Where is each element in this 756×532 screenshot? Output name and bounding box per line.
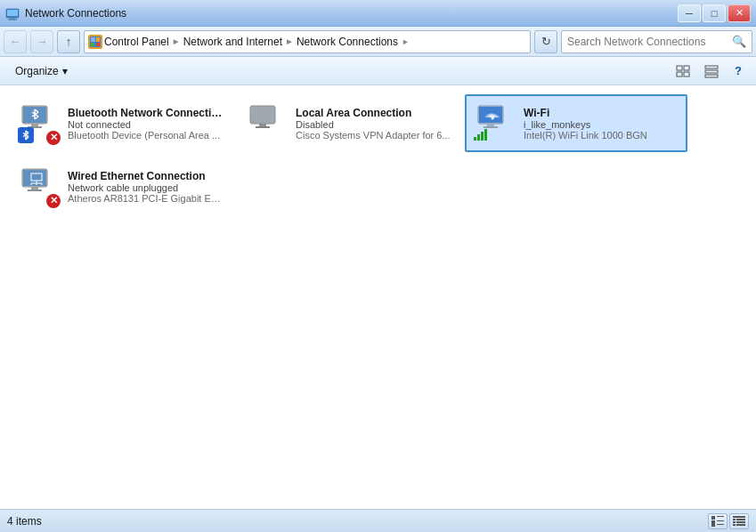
organize-label: Organize bbox=[15, 65, 59, 77]
local-area-monitor-icon bbox=[246, 102, 283, 140]
svg-rect-14 bbox=[705, 70, 718, 73]
svg-rect-51 bbox=[31, 187, 38, 189]
help-button[interactable]: ? bbox=[728, 60, 749, 82]
svg-rect-54 bbox=[717, 516, 724, 517]
status-list-view-button[interactable] bbox=[708, 513, 728, 529]
organize-button[interactable]: Organize ▾ bbox=[7, 60, 76, 82]
svg-rect-37 bbox=[487, 124, 494, 126]
svg-rect-31 bbox=[251, 107, 274, 123]
svg-rect-13 bbox=[705, 66, 718, 69]
svg-rect-12 bbox=[684, 72, 689, 77]
bluetooth-name: Bluetooth Network Connection bbox=[68, 107, 223, 119]
svg-rect-42 bbox=[484, 129, 487, 141]
svg-rect-32 bbox=[259, 124, 266, 126]
forward-button[interactable]: → bbox=[30, 30, 53, 53]
local-area-name: Local Area Connection bbox=[296, 107, 451, 119]
up-button[interactable]: ↑ bbox=[57, 30, 80, 53]
svg-rect-64 bbox=[733, 524, 736, 526]
local-area-icon-container bbox=[246, 102, 289, 145]
local-area-status: Disabled bbox=[296, 119, 451, 130]
svg-rect-63 bbox=[736, 521, 745, 523]
breadcrumb-dropdown[interactable]: ► bbox=[402, 37, 410, 46]
breadcrumb-network-internet[interactable]: Network and Internet bbox=[183, 36, 282, 48]
svg-rect-1 bbox=[7, 10, 18, 16]
svg-rect-10 bbox=[684, 66, 689, 70]
svg-rect-40 bbox=[477, 134, 480, 141]
bluetooth-status: Not connected bbox=[68, 119, 223, 130]
svg-rect-3 bbox=[8, 19, 17, 20]
svg-rect-9 bbox=[677, 66, 682, 70]
bluetooth-desc: Bluetooth Device (Personal Area ... bbox=[68, 130, 223, 141]
wifi-connection[interactable]: Wi-Fi i_like_monkeys Intel(R) WiFi Link … bbox=[465, 94, 687, 152]
svg-rect-58 bbox=[717, 524, 724, 525]
svg-rect-53 bbox=[711, 516, 715, 520]
wifi-details: Wi-Fi i_like_monkeys Intel(R) WiFi Link … bbox=[524, 107, 679, 141]
refresh-button[interactable]: ↻ bbox=[534, 30, 557, 53]
svg-rect-8 bbox=[96, 43, 100, 46]
status-details-view-button[interactable] bbox=[729, 513, 749, 529]
search-icon[interactable]: 🔍 bbox=[732, 35, 746, 48]
toolbar-right: ? bbox=[671, 60, 749, 82]
minimize-button[interactable]: ─ bbox=[678, 4, 701, 22]
svg-rect-62 bbox=[733, 521, 736, 523]
status-bar: 4 items bbox=[0, 509, 756, 532]
wired-ethernet-name: Wired Ethernet Connection bbox=[68, 170, 223, 182]
disconnected-ethernet-icon: ✕ bbox=[46, 194, 61, 208]
wired-ethernet-desc: Atheros AR8131 PCI-E Gigabit Eth... bbox=[68, 193, 223, 204]
view-options-button[interactable] bbox=[671, 60, 695, 82]
details-view-button[interactable] bbox=[699, 60, 724, 82]
svg-rect-2 bbox=[10, 18, 15, 20]
wifi-icon-container bbox=[474, 102, 516, 145]
wifi-signal-icon bbox=[474, 128, 490, 143]
wired-ethernet-connection[interactable]: ✕ Wired Ethernet Connection Network cabl… bbox=[9, 157, 232, 215]
svg-rect-5 bbox=[91, 37, 95, 42]
control-panel-icon bbox=[88, 35, 102, 49]
search-input[interactable] bbox=[567, 36, 728, 48]
status-view-buttons bbox=[708, 513, 749, 529]
svg-rect-52 bbox=[28, 189, 42, 191]
wired-ethernet-details: Wired Ethernet Connection Network cable … bbox=[68, 170, 223, 204]
wifi-name: Wi-Fi bbox=[524, 107, 679, 119]
disconnected-icon: ✕ bbox=[46, 131, 61, 145]
maximize-button[interactable]: □ bbox=[703, 4, 726, 22]
address-bar: ← → ↑ Control Panel ► Network and Intern… bbox=[0, 27, 756, 57]
back-button[interactable]: ← bbox=[4, 30, 27, 53]
svg-rect-61 bbox=[736, 519, 745, 520]
bluetooth-badge-icon bbox=[18, 127, 34, 143]
toolbar: Organize ▾ ? bbox=[0, 57, 756, 85]
bluetooth-connection[interactable]: ✕ Bluetooth Network Connection Not conne… bbox=[9, 94, 232, 152]
main-content: ✕ Bluetooth Network Connection Not conne… bbox=[0, 85, 756, 509]
local-area-desc: Cisco Systems VPN Adapter for 6... bbox=[296, 130, 451, 141]
organize-dropdown-icon: ▾ bbox=[62, 65, 68, 77]
close-button[interactable]: ✕ bbox=[728, 4, 751, 22]
breadcrumb-network-connections[interactable]: Network Connections bbox=[297, 36, 398, 48]
wifi-desc: Intel(R) WiFi Link 1000 BGN bbox=[524, 130, 679, 141]
breadcrumb-bar[interactable]: Control Panel ► Network and Internet ► N… bbox=[84, 30, 531, 53]
breadcrumb-control-panel[interactable]: Control Panel bbox=[104, 36, 169, 48]
svg-rect-7 bbox=[91, 43, 94, 46]
bluetooth-details: Bluetooth Network Connection Not connect… bbox=[68, 107, 223, 141]
svg-rect-15 bbox=[705, 75, 718, 77]
window-title: Network Connections bbox=[25, 7, 126, 20]
svg-rect-60 bbox=[733, 519, 736, 520]
svg-rect-33 bbox=[256, 126, 270, 128]
bluetooth-icon-container: ✕ bbox=[18, 102, 61, 145]
wired-ethernet-icon-container: ✕ bbox=[18, 165, 61, 208]
svg-rect-57 bbox=[711, 524, 715, 527]
wired-ethernet-status: Network cable unplugged bbox=[68, 182, 223, 193]
svg-rect-56 bbox=[717, 520, 724, 521]
title-bar-controls: ─ □ ✕ bbox=[678, 4, 751, 22]
title-bar: Network Connections ─ □ ✕ bbox=[0, 0, 756, 27]
svg-rect-23 bbox=[31, 124, 38, 126]
local-area-connection[interactable]: Local Area Connection Disabled Cisco Sys… bbox=[237, 94, 459, 152]
svg-rect-39 bbox=[474, 137, 476, 141]
svg-point-36 bbox=[492, 117, 494, 119]
svg-rect-65 bbox=[736, 524, 745, 526]
wifi-status: i_like_monkeys bbox=[524, 119, 679, 130]
svg-rect-41 bbox=[481, 132, 484, 141]
svg-rect-55 bbox=[711, 520, 715, 524]
svg-rect-59 bbox=[733, 516, 745, 518]
local-area-details: Local Area Connection Disabled Cisco Sys… bbox=[296, 107, 451, 141]
search-box[interactable]: 🔍 bbox=[561, 30, 752, 53]
window-icon bbox=[5, 6, 20, 20]
